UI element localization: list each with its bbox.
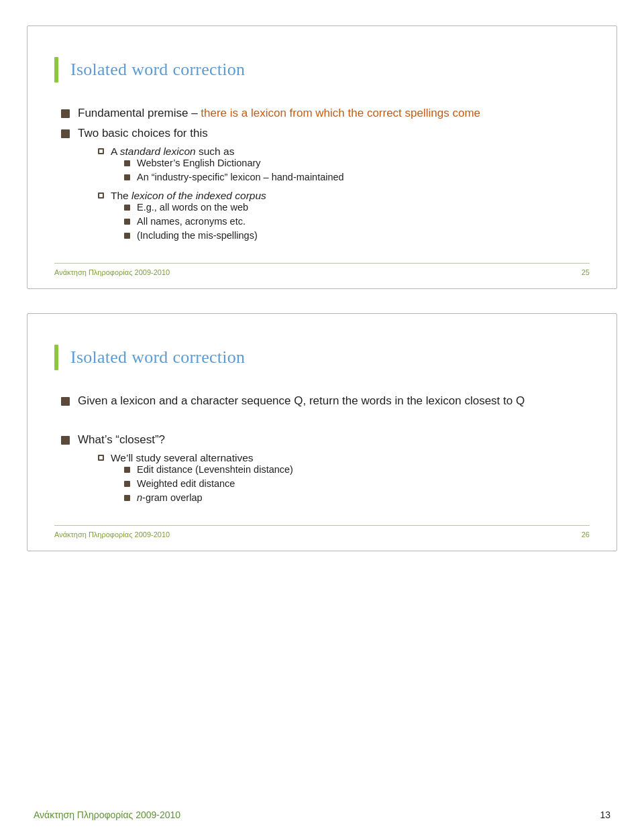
slide-2-title: Isolated word correction [70, 347, 245, 368]
whats-closest-content: What’s “closest”? We’ll study several al… [78, 433, 590, 510]
bullet-edit-distance: Edit distance (Levenshtein distance) [111, 464, 293, 475]
title-accent-bar-1 [54, 57, 58, 82]
slide-2-footer: Ανάκτηση Πληροφορίας 2009-2010 26 [54, 525, 590, 539]
bullet-icon-l3-3 [124, 205, 130, 211]
slide-1-title-area: Isolated word correction [54, 45, 590, 95]
bullet-fundamental-premise-text: Fundamental premise – there is a lexicon… [78, 107, 480, 120]
ngram-overlap-text: n-gram overlap [137, 492, 203, 503]
bullet-icon-l1-1 [61, 109, 70, 118]
n-italic: n [137, 492, 142, 503]
slide-1-title: Isolated word correction [70, 60, 245, 80]
slide-1-footer-left: Ανάκτηση Πληροφορίας 2009-2010 [54, 268, 170, 276]
bullet-icon-l2-2 [98, 192, 104, 199]
bullet-names: All names, acronyms etc. [111, 216, 266, 227]
title-accent-bar-2 [54, 345, 58, 370]
bullet-study-alternatives: We’ll study several alternatives Edit di… [98, 452, 590, 506]
bullet-icon-l3-1 [124, 160, 130, 166]
bullet-weighted-edit: Weighted edit distance [111, 478, 293, 489]
bullet-misspellings: (Including the mis-spellings) [111, 230, 266, 241]
page-footer-left: Ανάκτηση Πληροφορίας 2009-2010 [34, 809, 180, 820]
two-basic-text: Two basic choices for this [78, 127, 208, 139]
indexed-corpus-italic: lexicon of the indexed corpus [131, 190, 266, 201]
bullet-ngram-overlap: n-gram overlap [111, 492, 293, 503]
bullet-two-basic: Two basic choices for this A standard le… [61, 127, 590, 248]
bullet-icon-l3-4 [124, 219, 130, 225]
given-lexicon-text: Given a lexicon and a character sequence… [78, 394, 525, 408]
eg-web-text: E.g., all words on the web [137, 202, 248, 213]
page-footer-right: 13 [600, 809, 610, 820]
standard-lexicon-text: A standard lexicon such as [111, 146, 234, 157]
bullet-two-basic-content: Two basic choices for this A standard le… [78, 127, 590, 248]
indexed-corpus-text: The lexicon of the indexed corpus [111, 190, 266, 201]
slide-1-footer-right: 25 [582, 268, 590, 276]
weighted-edit-text: Weighted edit distance [137, 478, 235, 489]
whats-closest-text: What’s “closest”? [78, 433, 165, 446]
slide-2-content: Given a lexicon and a character sequence… [54, 394, 590, 510]
study-alternatives-content: We’ll study several alternatives Edit di… [111, 452, 293, 506]
slide-1-inner: Isolated word correction Fundamental pre… [28, 26, 616, 288]
bullet-icon-l2-1 [98, 148, 104, 154]
premise-highlight: there is a lexicon from which the correc… [201, 107, 480, 119]
slide-1-footer: Ανάκτηση Πληροφορίας 2009-2010 25 [54, 263, 590, 276]
slide-2-footer-left: Ανάκτηση Πληροφορίας 2009-2010 [54, 530, 170, 539]
bullet-icon-l3-s2-2 [124, 481, 130, 487]
standard-lexicon-content: A standard lexicon such as Webster’s Eng… [111, 146, 344, 186]
bullet-icon-l3-2 [124, 174, 130, 180]
slide-2-inner: Isolated word correction Given a lexicon… [28, 314, 616, 551]
bullet-icon-l2-s2-1 [98, 455, 104, 461]
page-footer: Ανάκτηση Πληροφορίας 2009-2010 13 [27, 801, 617, 826]
bullet-icon-l1-s2-2 [61, 436, 70, 445]
edit-distance-text: Edit distance (Levenshtein distance) [137, 464, 293, 475]
bullet-icon-l3-5 [124, 233, 130, 239]
misspellings-text: (Including the mis-spellings) [137, 230, 258, 241]
study-alternatives-text: We’ll study several alternatives [111, 452, 254, 463]
bullet-given-lexicon: Given a lexicon and a character sequence… [61, 394, 590, 408]
bullet-icon-l1-2 [61, 129, 70, 138]
slide-2-footer-right: 26 [582, 530, 590, 539]
industry-text: An “industry-specific” lexicon – hand-ma… [137, 172, 344, 182]
bullet-industry-specific: An “industry-specific” lexicon – hand-ma… [111, 172, 344, 182]
page-wrapper: Isolated word correction Fundamental pre… [0, 0, 644, 839]
slide-2: Isolated word correction Given a lexicon… [27, 313, 617, 551]
bullet-whats-closest: What’s “closest”? We’ll study several al… [61, 433, 590, 510]
names-text: All names, acronyms etc. [137, 216, 246, 227]
indexed-corpus-content: The lexicon of the indexed corpus E.g., … [111, 190, 266, 244]
standard-lexicon-italic: standard lexicon [120, 146, 196, 157]
bullet-icon-l1-s2-1 [61, 397, 70, 406]
slide-1: Isolated word correction Fundamental pre… [27, 25, 617, 289]
webster-text: Webster’s English Dictionary [137, 158, 261, 168]
spacer-1 [61, 423, 590, 433]
bullet-webster: Webster’s English Dictionary [111, 158, 344, 168]
slide-2-title-area: Isolated word correction [54, 333, 590, 382]
bullet-indexed-corpus: The lexicon of the indexed corpus E.g., … [98, 190, 590, 244]
bullet-icon-l3-s2-3 [124, 495, 130, 501]
bullet-fundamental-premise: Fundamental premise – there is a lexicon… [61, 107, 590, 120]
bullet-icon-l3-s2-1 [124, 467, 130, 473]
bullet-standard-lexicon: A standard lexicon such as Webster’s Eng… [98, 146, 590, 186]
bullet-eg-web: E.g., all words on the web [111, 202, 266, 213]
slide-1-content: Fundamental premise – there is a lexicon… [54, 107, 590, 248]
